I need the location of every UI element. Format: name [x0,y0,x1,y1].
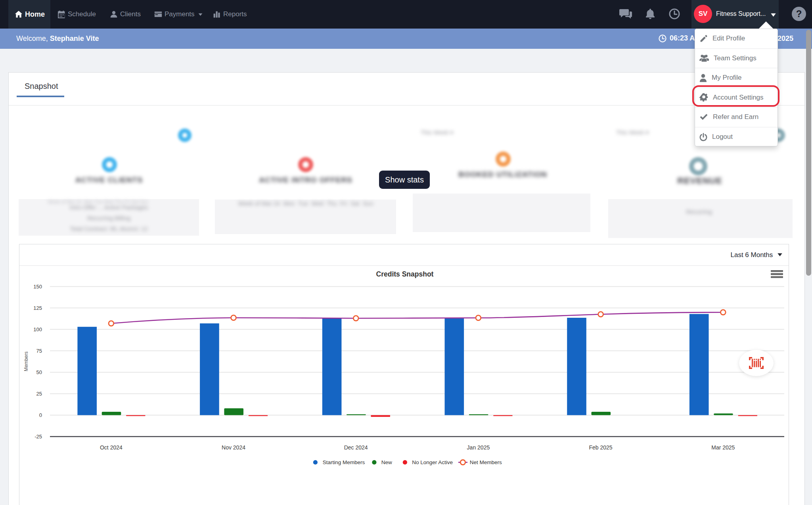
svg-text:Oct 2024: Oct 2024 [100,444,123,451]
svg-text:Net Members: Net Members [470,459,502,465]
svg-text:Feb 2025: Feb 2025 [589,444,613,451]
svg-text:Credits Snapshot: Credits Snapshot [376,270,434,278]
svg-text:Members: Members [23,351,29,371]
svg-text:75: 75 [36,348,42,354]
svg-text:New: New [381,459,392,465]
svg-text:25: 25 [36,391,42,397]
svg-text:125: 125 [33,305,42,311]
svg-text:100: 100 [33,326,42,332]
svg-text:Starting Members: Starting Members [323,459,365,465]
svg-text:Jan 2025: Jan 2025 [467,444,490,451]
svg-text:-25: -25 [34,434,42,440]
svg-text:150: 150 [33,284,42,290]
svg-text:Nov 2024: Nov 2024 [222,444,245,451]
svg-text:50: 50 [36,369,42,375]
svg-text:No Longer Active: No Longer Active [412,459,453,465]
svg-text:Dec 2024: Dec 2024 [344,444,368,451]
svg-text:Mar 2025: Mar 2025 [711,444,735,451]
svg-text:0: 0 [39,412,42,418]
